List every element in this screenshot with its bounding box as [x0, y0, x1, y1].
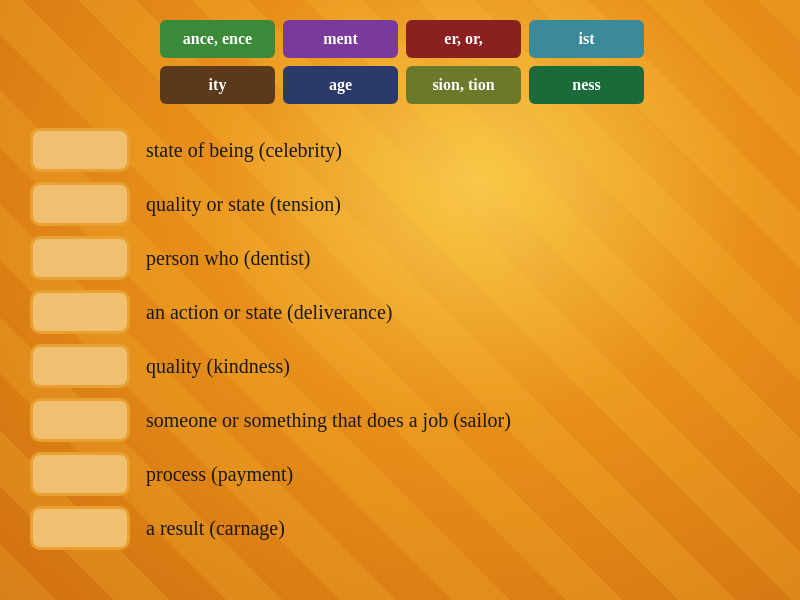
definition-text-def8: a result (carnage) [146, 517, 285, 540]
answer-row: a result (carnage) [30, 506, 770, 550]
suffix-btn-ance-ence[interactable]: ance, ence [160, 20, 275, 58]
definition-text-def3: person who (dentist) [146, 247, 310, 270]
suffix-btn-er-or[interactable]: er, or, [406, 20, 521, 58]
answer-box-def8[interactable] [30, 506, 130, 550]
answer-row: an action or state (deliverance) [30, 290, 770, 334]
answer-row: state of being (celebrity) [30, 128, 770, 172]
answer-row: quality (kindness) [30, 344, 770, 388]
definition-text-def1: state of being (celebrity) [146, 139, 342, 162]
answer-box-def3[interactable] [30, 236, 130, 280]
suffix-btn-ment[interactable]: ment [283, 20, 398, 58]
answer-row: person who (dentist) [30, 236, 770, 280]
suffix-btn-sion-tion[interactable]: sion, tion [406, 66, 521, 104]
definition-text-def2: quality or state (tension) [146, 193, 341, 216]
answer-row: someone or something that does a job (sa… [30, 398, 770, 442]
answer-rows: state of being (celebrity)quality or sta… [30, 128, 770, 550]
answer-box-def6[interactable] [30, 398, 130, 442]
suffix-grid: ance, encementer, or,istityagesion, tion… [160, 20, 770, 104]
definition-text-def5: quality (kindness) [146, 355, 290, 378]
definition-text-def7: process (payment) [146, 463, 293, 486]
answer-box-def2[interactable] [30, 182, 130, 226]
suffix-btn-age[interactable]: age [283, 66, 398, 104]
answer-box-def5[interactable] [30, 344, 130, 388]
definition-text-def4: an action or state (deliverance) [146, 301, 393, 324]
suffix-btn-ness[interactable]: ness [529, 66, 644, 104]
answer-row: quality or state (tension) [30, 182, 770, 226]
main-container: ance, encementer, or,istityagesion, tion… [0, 0, 800, 570]
answer-box-def7[interactable] [30, 452, 130, 496]
suffix-btn-ity[interactable]: ity [160, 66, 275, 104]
definition-text-def6: someone or something that does a job (sa… [146, 409, 511, 432]
answer-box-def4[interactable] [30, 290, 130, 334]
suffix-btn-ist[interactable]: ist [529, 20, 644, 58]
answer-row: process (payment) [30, 452, 770, 496]
answer-box-def1[interactable] [30, 128, 130, 172]
